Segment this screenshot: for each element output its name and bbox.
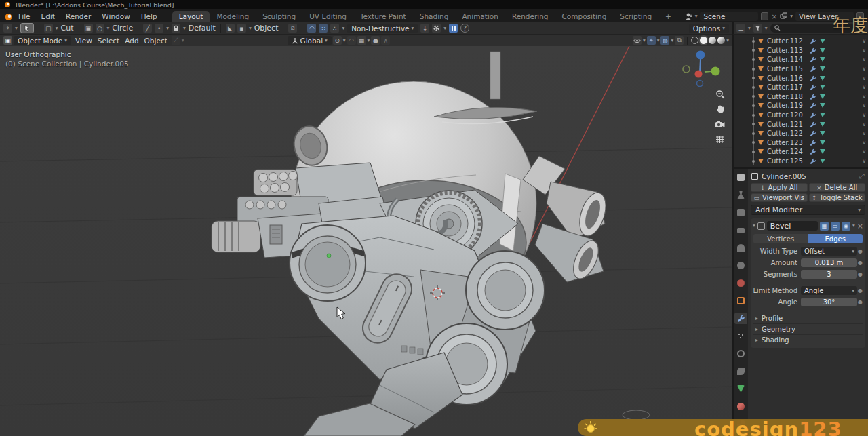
object-name[interactable]: Cutter.116	[767, 75, 809, 82]
view-layer-chevron[interactable]: ▾	[790, 14, 793, 19]
setting-value[interactable]: Offset▾	[801, 247, 857, 256]
pivot-point-icon[interactable]: ⊙	[333, 36, 342, 45]
mesh-data-icon[interactable]	[820, 113, 825, 117]
editor-type-icon[interactable]	[734, 172, 747, 183]
outliner-row[interactable]: Cutter.125 ∨	[734, 157, 868, 166]
viewport-menu-item[interactable]: Object	[142, 36, 170, 45]
tab-material[interactable]	[734, 401, 747, 412]
outliner-row[interactable]: Cutter.114 ∨	[734, 55, 868, 64]
snap-target-chevron[interactable]: ▾	[368, 38, 370, 43]
modifier-wrench-icon[interactable]	[809, 56, 816, 63]
lock-icon[interactable]	[172, 24, 180, 33]
row-chevron-icon[interactable]: ∨	[862, 121, 866, 127]
gizmo-z-neg-axis[interactable]	[697, 81, 703, 87]
delete-all-button[interactable]: ×Delete All	[809, 183, 866, 192]
shading-material-icon[interactable]	[709, 37, 716, 44]
setting-value[interactable]: 3▾	[801, 270, 857, 279]
viewport-vis-button[interactable]: ▭Viewport Vis	[751, 193, 808, 202]
select-box-tool[interactable]	[20, 23, 34, 33]
active-tool-dropdown-icon[interactable]: ⌖	[3, 24, 12, 33]
object-name[interactable]: Cutter.118	[767, 93, 809, 100]
help-icon[interactable]: ?	[460, 24, 469, 33]
tab-scene[interactable]	[734, 260, 747, 271]
render-toggle-icon[interactable]: ◉	[842, 222, 850, 231]
keyframe-dot-icon[interactable]: ●	[857, 248, 863, 254]
mesh-data-icon[interactable]	[820, 66, 825, 71]
viewport-3d[interactable]: User Orthographic (0) Scene Collection |…	[0, 46, 732, 436]
modifier-wrench-icon[interactable]	[809, 139, 816, 146]
setting-value[interactable]: 30°▾	[801, 298, 857, 306]
circle-chevron[interactable]: ▾	[107, 26, 110, 31]
mesh-object-icon[interactable]	[758, 159, 764, 163]
display-mode-icon[interactable]: ☰	[736, 24, 745, 33]
tab-physics[interactable]	[734, 348, 747, 359]
toggle-stack-button[interactable]: ↕Toggle Stack	[809, 193, 866, 202]
apply-download-icon[interactable]: ↓	[420, 24, 429, 33]
display-mode-chevron[interactable]: ▾	[748, 26, 751, 31]
cut-shape-icon[interactable]: ▢	[44, 24, 53, 33]
mesh-object-icon[interactable]	[758, 66, 764, 71]
object-name[interactable]: Cutter.112	[767, 37, 809, 45]
mesh-data-icon[interactable]	[820, 159, 825, 163]
modifier-wrench-icon[interactable]	[809, 65, 816, 73]
apply-all-button[interactable]: ↓Apply All	[751, 183, 808, 192]
outliner-row[interactable]: Cutter.118 ∨	[734, 92, 868, 102]
subpanel-header[interactable]: ▸ Geometry	[753, 323, 863, 334]
overlays-chevron[interactable]: ▾	[671, 38, 673, 43]
workspace-tab[interactable]: Compositing	[555, 11, 614, 22]
mesh-data-icon[interactable]	[820, 85, 825, 90]
blender-menu-icon[interactable]	[4, 12, 12, 20]
mesh-object-icon[interactable]	[758, 85, 764, 90]
object-name[interactable]: Cutter.114	[767, 56, 809, 63]
row-chevron-icon[interactable]: ∨	[862, 102, 866, 108]
row-chevron-icon[interactable]: ∨	[862, 158, 866, 164]
transform-orientation-dropdown[interactable]: Global▾	[288, 36, 332, 45]
zoom-icon[interactable]	[714, 88, 726, 100]
affect-vertices-button[interactable]: Vertices	[753, 234, 808, 243]
menu-item[interactable]: Help	[136, 12, 163, 21]
row-chevron-icon[interactable]: ∨	[862, 140, 866, 146]
setting-value[interactable]: 0.013 m▾	[801, 258, 857, 267]
show-visibility-icon[interactable]	[633, 36, 642, 45]
tab-particles[interactable]	[734, 330, 747, 342]
viewport-menu-item[interactable]: View	[73, 36, 95, 45]
workspace-tab[interactable]: Layout	[172, 11, 210, 22]
snap-mode-icon[interactable]: ∴	[330, 24, 339, 33]
active-tool-chevron[interactable]: ▾	[15, 26, 18, 31]
overlays-toggle-icon[interactable]: ◍	[660, 36, 669, 45]
pivot-chevron[interactable]: ▾	[343, 38, 346, 43]
object-name[interactable]: Cutter.124	[767, 148, 809, 155]
outliner-row[interactable]: Cutter.115 ∨	[734, 64, 868, 74]
tool-fallback-icon[interactable]: ⟋	[172, 36, 180, 45]
outliner-row[interactable]: Cutter.116 ∨	[734, 73, 868, 83]
edit-mode-toggle-icon[interactable]: ▦	[820, 222, 829, 231]
modifier-wrench-icon[interactable]	[809, 102, 816, 109]
keyframe-dot-icon[interactable]: ●	[857, 271, 863, 277]
mesh-data-icon[interactable]	[820, 149, 825, 154]
workspace-tab[interactable]: Texture Paint	[353, 11, 413, 22]
realtime-toggle-icon[interactable]: ▭	[831, 222, 840, 231]
tab-constraints[interactable]	[734, 365, 747, 377]
lock-chevron[interactable]: ▾	[183, 26, 186, 31]
modifier-wrench-icon[interactable]	[809, 121, 816, 128]
mesh-object-icon[interactable]	[758, 57, 764, 62]
viewport-menu-item[interactable]: Select	[95, 36, 122, 45]
expand-modifier-chevron[interactable]: ▾	[753, 223, 755, 229]
pan-hand-icon[interactable]	[714, 103, 726, 115]
workspace-tab[interactable]: +	[658, 11, 678, 22]
snap-target-icon[interactable]: ▦	[357, 36, 366, 45]
mesh-object-icon[interactable]	[758, 39, 764, 43]
origin-chevron[interactable]: ▾	[166, 26, 169, 31]
xray-toggle-icon[interactable]: ⧉	[675, 36, 684, 45]
falloff-curve-icon[interactable]: ∧	[381, 36, 390, 45]
row-chevron-icon[interactable]: ∨	[862, 130, 866, 136]
tab-object[interactable]	[734, 295, 747, 306]
gear-chevron[interactable]: ▾	[443, 26, 446, 31]
mesh-data-icon[interactable]	[820, 76, 825, 81]
mesh-data-icon[interactable]	[820, 131, 825, 136]
workspace-tab[interactable]: Animation	[455, 11, 505, 22]
filter-chevron[interactable]: ▾	[765, 26, 768, 31]
mesh-data-icon[interactable]	[820, 103, 825, 108]
menu-item[interactable]: Render	[60, 12, 96, 21]
modifier-wrench-icon[interactable]	[809, 47, 816, 54]
